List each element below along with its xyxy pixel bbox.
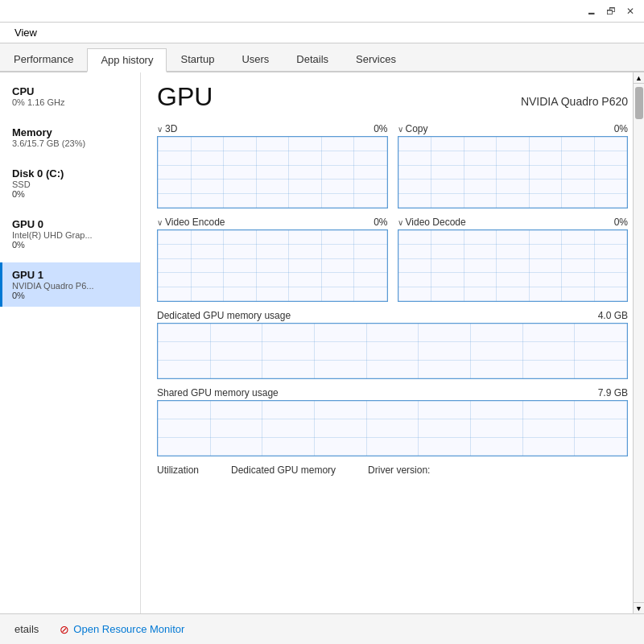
sidebar: CPU 0% 1.16 GHz Memory 3.6/15.7 GB (23%)… [0,72,141,644]
grid-v-2 [191,137,192,208]
cpu-subtitle: 0% 1.16 GHz [12,97,130,107]
gpu-header: GPU NVIDIA Quadro P620 [157,82,628,112]
gpu1-value: 0% [12,291,130,300]
grid-vvd-7 [594,230,595,301]
tab-performance[interactable]: Performance [0,47,87,71]
grid-v-6 [321,137,322,208]
graph-label-row-vdecode: ∨ Video Decode 0% [398,217,629,228]
sidebar-item-memory[interactable]: Memory 3.6/15.7 GB (23%) [0,120,140,155]
chevron-3d-icon: ∨ [157,125,163,134]
resource-monitor-label: Open Resource Monitor [73,623,184,635]
graph-label-row-copy: ∨ Copy 0% [398,123,629,134]
grid-vded-10 [626,324,627,378]
grid-v-4 [256,137,257,208]
sidebar-item-disk0[interactable]: Disk 0 (C:) SSD 0% [0,161,140,205]
gpu1-subtitle: NVIDIA Quadro P6... [12,281,130,291]
graph-copy-pct: 0% [614,123,628,134]
scroll-down-button[interactable]: ▼ [634,602,645,613]
grid-vc-8 [626,137,627,208]
grid-vded-8 [522,324,523,378]
grid-vc-5 [529,137,530,208]
graph-box-dedicated [157,323,628,379]
graph-3d-pct: 0% [374,123,387,134]
grid-vsh-7 [470,401,471,456]
tab-users[interactable]: Users [228,47,283,71]
grid-v-1 [158,137,159,208]
graph-section-copy: ∨ Copy 0% [398,123,629,208]
grid-vve-3 [223,230,224,301]
grid-vvd-5 [529,230,530,301]
gpu0-title: GPU 0 [12,218,130,230]
graph-label-copy: ∨ Copy [398,123,428,134]
graph-label-3d: ∨ 3D [157,123,177,134]
tab-apphistory[interactable]: App history [87,48,167,72]
graph-label-row-3d: ∨ 3D 0% [157,123,388,134]
dedicated-memory-label: Dedicated GPU memory usage [157,310,291,321]
graph-label-vdecode: ∨ Video Decode [398,217,466,228]
tab-details[interactable]: Details [283,47,342,71]
scroll-up-button[interactable]: ▲ [634,72,645,84]
grid-vded-7 [470,324,471,378]
gpu1-title: GPU 1 [12,269,130,281]
graph-section-vdecode: ∨ Video Decode 0% [398,217,629,302]
grid-vc-1 [398,137,399,208]
sidebar-item-gpu1[interactable]: GPU 1 NVIDIA Quadro P6... 0% [0,262,140,307]
graph-box-vencode [157,229,388,302]
grid-vsh-6 [418,401,419,456]
maximize-button[interactable]: 🗗 [602,2,620,20]
grid-vded-9 [574,324,575,378]
graph-vdecode-pct: 0% [614,217,628,228]
resource-monitor-icon: ⊘ [60,623,69,636]
content-area: CPU 0% 1.16 GHz Memory 3.6/15.7 GB (23%)… [0,72,644,644]
shared-memory-label: Shared GPU memory usage [157,387,279,398]
sidebar-item-gpu0[interactable]: GPU 0 Intel(R) UHD Grap... 0% [0,212,140,256]
stat-dedicated: Dedicated GPU memory [231,464,336,476]
tabs-bar: Performance App history Startup Users De… [0,43,644,72]
graph-grid-cols-vdecode [398,230,628,301]
tab-services[interactable]: Services [342,47,410,71]
graph-section-vencode: ∨ Video Encode 0% [157,217,388,302]
sidebar-divider-1 [0,114,140,120]
graph-label-row-vencode: ∨ Video Encode 0% [157,217,388,228]
open-resource-monitor-link[interactable]: ⊘ Open Resource Monitor [60,623,184,636]
grid-vve-4 [256,230,257,301]
graph-box-3d [157,136,388,208]
stat-driver: Driver version: [368,464,430,476]
bottom-bar: etails ⊘ Open Resource Monitor [0,613,644,644]
memory-title: Memory [12,126,130,138]
grid-vsh-4 [314,401,315,456]
scrollbar[interactable]: ▲ ▼ [633,72,644,613]
grid-vc-4 [496,137,497,208]
grid-vsh-9 [574,401,575,456]
grid-vded-3 [262,324,262,378]
graph-label-vencode: ∨ Video Encode [157,217,225,228]
chevron-vencode-icon: ∨ [157,218,163,227]
graphs-grid: ∨ 3D 0% [157,123,628,310]
graph-vdecode-text: Video Decode [406,217,466,228]
gpu0-subtitle: Intel(R) UHD Grap... [12,230,130,240]
dedicated-memory-label-row: Dedicated GPU memory usage 4.0 GB [157,310,628,321]
view-menu[interactable]: View [6,25,45,40]
scroll-thumb[interactable] [635,87,643,119]
minimize-button[interactable]: 🗕 [583,2,601,20]
graph-grid-cols-shared [158,401,627,456]
grid-v-7 [353,137,354,208]
details-tab[interactable]: etails [10,621,43,637]
shared-memory-section: Shared GPU memory usage 7.9 GB [157,387,628,456]
menu-bar: View [0,23,644,43]
chevron-copy-icon: ∨ [398,125,403,134]
tab-startup[interactable]: Startup [167,47,228,71]
grid-vded-2 [210,324,211,378]
grid-vsh-8 [522,401,523,456]
graph-box-copy [398,136,629,208]
close-button[interactable]: ✕ [621,2,639,20]
grid-vded-5 [366,324,367,378]
grid-vvd-3 [464,230,464,301]
bottom-stats: Utilization Dedicated GPU memory Driver … [157,464,628,476]
dedicated-memory-section: Dedicated GPU memory usage 4.0 GB [157,310,628,379]
sidebar-item-cpu[interactable]: CPU 0% 1.16 GHz [0,79,140,114]
grid-vvd-4 [496,230,497,301]
stat-utilization: Utilization [157,464,199,476]
grid-vded-1 [158,324,159,378]
title-bar: 🗕 🗗 ✕ [0,0,644,23]
